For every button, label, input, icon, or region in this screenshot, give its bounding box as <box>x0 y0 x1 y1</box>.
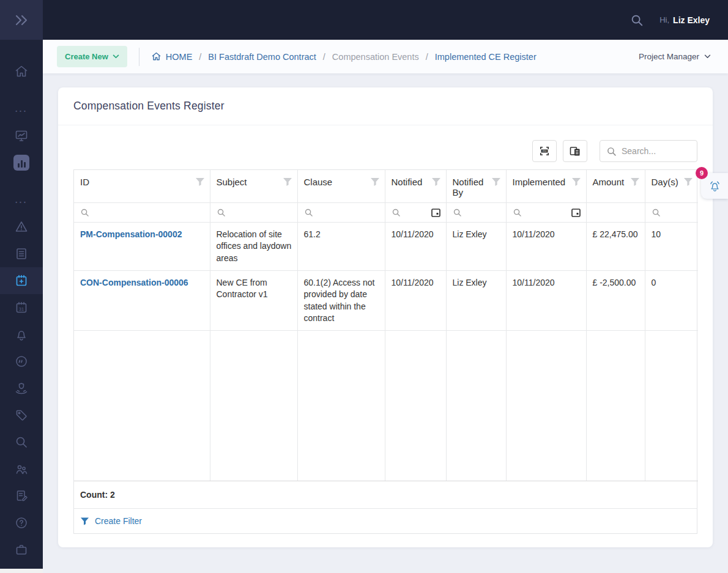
global-search-icon[interactable] <box>630 13 644 27</box>
column-label: Subject <box>217 177 247 187</box>
ellipsis-icon: ... <box>15 198 28 202</box>
sidebar-item-search[interactable] <box>0 429 43 456</box>
column-label: ID <box>80 177 89 187</box>
column-label: Day(s) <box>652 177 678 187</box>
filter-funnel-icon[interactable] <box>283 177 292 187</box>
breadcrumb-separator: / <box>199 52 201 62</box>
tag-icon <box>14 408 29 423</box>
role-selector[interactable]: Project Manager <box>639 52 711 61</box>
filter-cell-notified-by[interactable] <box>446 203 506 223</box>
breadcrumb-contract[interactable]: BI Fastdraft Demo Contract <box>208 52 316 62</box>
filter-funnel-icon <box>80 517 89 526</box>
grid-search-box <box>600 140 697 162</box>
filter-funnel-icon[interactable] <box>630 177 640 187</box>
calendar-plus-icon <box>14 273 29 288</box>
column-chooser-button[interactable] <box>563 140 587 162</box>
cell-notified: 10/11/2020 <box>385 270 446 330</box>
cell-id: CON-Compensation-00006 <box>74 270 210 330</box>
filter-funnel-icon[interactable] <box>431 177 441 187</box>
sidebar-item-calendar[interactable]: 31 <box>0 294 43 321</box>
user-menu[interactable]: Liz Exley <box>673 15 710 25</box>
filter-funnel-icon[interactable] <box>683 177 693 187</box>
breadcrumb-implemented-ce-register[interactable]: Implemented CE Register <box>435 52 537 62</box>
sidebar-item-more-2[interactable]: ... <box>0 187 43 213</box>
sidebar-expand-button[interactable] <box>0 0 43 40</box>
reports-tile-icon <box>13 155 29 171</box>
help-circle-icon <box>14 516 29 530</box>
cell-id: PM-Compensation-00002 <box>74 223 210 271</box>
dashboard-monitor-icon <box>14 128 29 143</box>
column-header-subject[interactable]: Subject <box>210 170 297 203</box>
breadcrumb-home[interactable]: HOME <box>166 52 193 62</box>
breadcrumb-divider <box>139 48 139 66</box>
cell-implemented: 10/11/2020 <box>506 223 586 271</box>
filter-cell-clause[interactable] <box>297 203 385 223</box>
create-new-button[interactable]: Create New <box>57 46 127 67</box>
filter-funnel-icon[interactable] <box>491 177 501 187</box>
sidebar-item-portfolio[interactable] <box>0 536 43 563</box>
home-icon <box>151 51 162 62</box>
cell-days: 10 <box>645 223 698 271</box>
home-icon <box>14 64 29 79</box>
grid-search-input[interactable] <box>622 146 691 156</box>
cell-subject: Relocation of site offices and laydown a… <box>210 223 297 271</box>
filter-cell-notified[interactable] <box>385 203 446 223</box>
ce-record-link[interactable]: PM-Compensation-00002 <box>80 229 182 239</box>
column-label: Amount <box>593 177 625 187</box>
table-row: PM-Compensation-00002 Relocation of site… <box>74 223 698 271</box>
create-filter-button[interactable]: Create Filter <box>74 509 697 533</box>
chat-quote-icon <box>14 354 29 369</box>
column-header-implemented[interactable]: Implemented <box>506 170 586 203</box>
sidebar-nav: ... ... 31 <box>0 40 43 569</box>
filter-cell-amount[interactable] <box>586 203 645 223</box>
filter-cell-id[interactable] <box>74 203 210 223</box>
search-icon <box>606 146 617 157</box>
cell-notified: 10/11/2020 <box>385 223 446 271</box>
column-header-clause[interactable]: Clause <box>297 170 385 203</box>
ce-record-link[interactable]: CON-Compensation-00006 <box>80 278 188 287</box>
svg-text:31: 31 <box>19 306 24 312</box>
table-row: CON-Compensation-00006 New CE from Contr… <box>74 270 698 330</box>
column-header-amount[interactable]: Amount <box>586 170 645 203</box>
calendar-icon[interactable] <box>431 207 441 218</box>
sidebar-item-home[interactable] <box>0 58 43 85</box>
header-row: ID Subject Clause Notified Notified By I… <box>74 170 698 203</box>
filter-funnel-icon[interactable] <box>370 177 380 187</box>
filter-cell-subject[interactable] <box>210 203 297 223</box>
sidebar-item-ce-register[interactable] <box>0 267 43 294</box>
breadcrumb-separator: / <box>426 52 428 62</box>
filter-cell-days[interactable] <box>645 203 698 223</box>
register-card: Compensation Events Register xlsx <box>58 87 713 547</box>
sidebar-item-help[interactable] <box>0 509 43 536</box>
register-list-icon <box>14 246 29 261</box>
column-header-days[interactable]: Day(s) <box>645 170 698 203</box>
sidebar-item-notifications[interactable] <box>0 321 43 348</box>
cell-days: 0 <box>645 270 698 330</box>
filter-cell-implemented[interactable] <box>506 203 586 223</box>
sidebar-item-reports[interactable] <box>0 149 43 176</box>
sidebar-item-insurance[interactable] <box>0 375 43 402</box>
sidebar-item-early-warnings[interactable] <box>0 213 43 240</box>
sidebar-item-tags[interactable] <box>0 402 43 429</box>
notifications-button[interactable]: 9 <box>701 173 728 199</box>
search-icon <box>513 208 522 217</box>
sidebar-item-communications[interactable] <box>0 348 43 375</box>
sidebar-item-registers[interactable] <box>0 240 43 267</box>
sidebar-item-users[interactable] <box>0 456 43 482</box>
warning-triangle-icon <box>14 220 29 234</box>
create-filter-label: Create Filter <box>95 516 142 526</box>
column-header-notified-by[interactable]: Notified By <box>446 170 506 203</box>
column-header-id[interactable]: ID <box>74 170 210 203</box>
sidebar-item-more-1[interactable]: ... <box>0 95 43 122</box>
calendar-icon[interactable] <box>571 207 581 218</box>
column-header-notified[interactable]: Notified <box>385 170 446 203</box>
double-chevron-right-icon <box>13 13 29 27</box>
sidebar-item-contracts[interactable] <box>0 482 43 509</box>
filter-funnel-icon[interactable] <box>571 177 581 187</box>
horizontal-scrollbar[interactable] <box>0 569 43 573</box>
main-content: Compensation Events Register xlsx <box>43 73 728 573</box>
sidebar-item-dashboard[interactable] <box>0 122 43 149</box>
search-icon <box>80 208 89 217</box>
filter-funnel-icon[interactable] <box>195 177 205 187</box>
export-xlsx-button[interactable]: xlsx <box>532 140 557 162</box>
